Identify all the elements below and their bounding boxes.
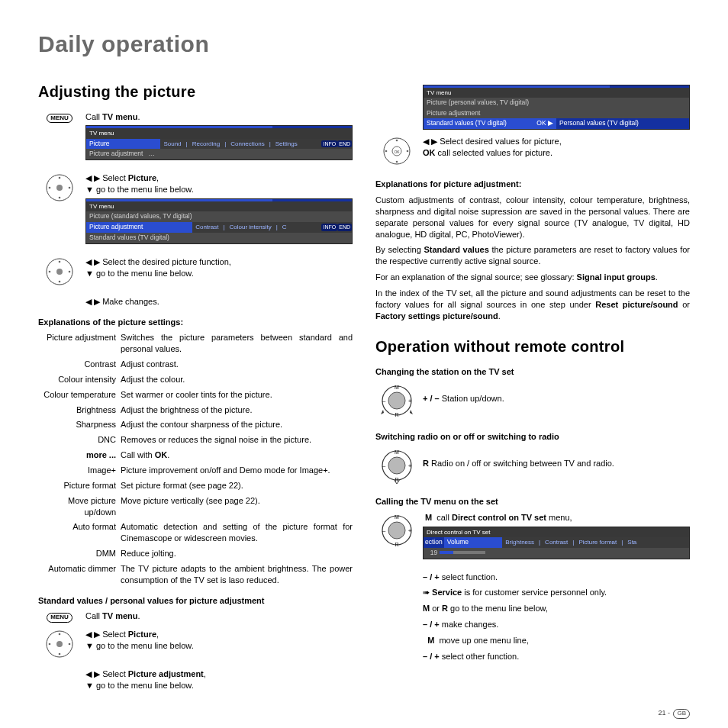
svg-point-26 [388,392,405,409]
subhead-explanations-adj: Explanations for picture adjustment: [375,179,690,190]
osd-standard-values: TV menu Picture (personal values, TV dig… [423,85,690,130]
nav-ring-icon [38,629,81,662]
nav-ring-icon [38,256,81,290]
svg-text:–: – [382,398,386,404]
page-title: Daily operation [38,29,690,60]
subhead-switch-radio: Switching radio on or off or switching t… [375,431,690,443]
subhead-change-station: Changing the station on the TV set [375,366,690,378]
svg-point-21 [396,140,398,142]
text: For an explanation of the signal source;… [375,272,690,283]
osd-picture-adjustment: TV menu Picture (standard values, TV dig… [85,198,353,244]
tv-dial-icon: MR–+ [375,382,418,422]
osd-direct-control: Direct control on TV set ection Volume B… [423,527,690,559]
svg-point-11 [69,271,71,273]
svg-point-23 [385,150,388,153]
svg-point-8 [59,261,61,263]
svg-point-5 [69,187,71,189]
text: TV menu [102,112,137,121]
svg-point-32 [388,457,405,474]
svg-text:+: + [408,527,412,534]
ok-ring-icon: OK [375,136,418,169]
text: Call [85,112,100,121]
svg-text:M: M [395,514,399,520]
svg-point-16 [49,643,51,646]
text: Custom adjustments of contrast, colour i… [375,195,690,240]
svg-text:–: – [382,527,386,534]
svg-point-9 [59,281,61,283]
menu-button-icon: MENU [38,610,81,623]
subhead-call-tv-menu: Calling the TV menu on the set [375,496,690,507]
svg-point-17 [69,643,71,646]
svg-text:+: + [408,398,412,404]
svg-text:M: M [395,385,399,390]
svg-point-4 [49,187,51,189]
picture-settings-table: Picture adjustmentSwitches the picture p… [38,332,353,585]
osd-tv-menu-picture: TV menu Picture Sound| Recording| Connec… [85,125,353,160]
svg-text:R: R [395,412,398,417]
svg-point-10 [49,271,51,273]
tv-dial-icon: MR–+ [375,447,418,487]
heading-operation-without-remote: Operation without remote control [375,337,690,357]
right-column: TV menu Picture (personal values, TV dig… [375,82,690,696]
page-footer: 21 - GB [658,708,690,719]
svg-text:+: + [408,462,412,469]
svg-point-3 [59,197,61,199]
subhead-explanations: Explanations of the picture settings: [38,317,353,328]
svg-point-38 [388,522,405,539]
svg-text:R: R [395,542,398,547]
svg-text:–: – [382,462,386,469]
tv-dial-icon: MR–+ [375,512,418,552]
heading-adjusting: Adjusting the picture [38,82,353,102]
svg-point-1 [56,185,63,191]
menu-button-icon: MENU [38,111,81,124]
svg-point-2 [59,177,61,179]
svg-text:M: M [395,449,399,455]
svg-text:OK: OK [394,150,400,154]
subhead-standard-values: Standard values / personal values for pi… [38,595,353,607]
svg-point-14 [59,633,61,636]
svg-point-24 [407,150,409,153]
svg-point-22 [396,161,398,163]
nav-ring-icon [38,172,81,206]
svg-point-7 [56,269,63,275]
text: By selecting Standard values the picture… [375,244,690,267]
text: In the index of the TV set, all the pict… [375,288,690,322]
left-column: Adjusting the picture MENU Call TV menu.… [38,82,353,696]
svg-point-13 [56,641,63,647]
svg-point-15 [59,653,61,656]
